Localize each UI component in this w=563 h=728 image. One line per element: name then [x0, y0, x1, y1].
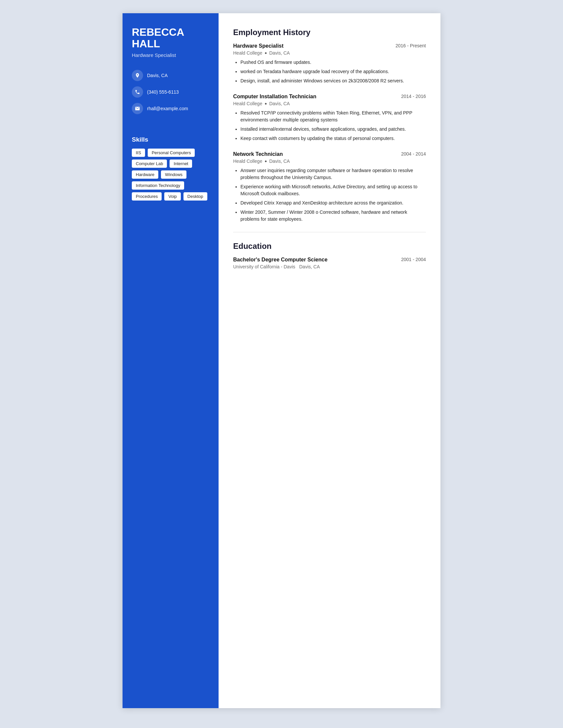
job-location-3: Heald College Davis, CA	[233, 159, 426, 164]
skill-desktop: Desktop	[183, 192, 207, 201]
contact-section: Davis, CA (340) 555-6113 rhall@example.c…	[132, 70, 209, 119]
skills-tags: IIS Personal Computers Computer Lab Inte…	[132, 149, 209, 201]
candidate-name: REBECCA HALL	[132, 26, 209, 50]
job-bullets-3: Answer user inquiries regarding computer…	[233, 167, 426, 223]
contact-phone: (340) 555-6113	[132, 86, 209, 98]
bullet: Pushed OS and firmware updates.	[240, 59, 426, 66]
job-dates-2: 2014 - 2016	[401, 94, 426, 99]
skill-windows: Windows	[161, 170, 186, 179]
job-hardware-specialist: Hardware Specialist 2016 - Present Heald…	[233, 43, 426, 84]
job-dates-3: 2004 - 2014	[401, 151, 426, 157]
bullet: Installed internal/external devices, sof…	[240, 126, 426, 133]
contact-email: rhall@example.com	[132, 103, 209, 114]
job-location-1: Heald College Davis, CA	[233, 50, 426, 56]
edu-location: University of California - Davis Davis, …	[233, 264, 426, 269]
dot-separator	[265, 160, 266, 162]
employment-heading: Employment History	[233, 28, 426, 37]
bullet: Developed Citrix Xenapp and XenDesktop a…	[240, 200, 426, 206]
education-block: Bachelor's Degree Computer Science 2001 …	[233, 257, 426, 269]
phone-text: (340) 555-6113	[147, 89, 179, 95]
bullet: Resolved TCP/IP connectivity problems wi…	[240, 110, 426, 123]
location-icon	[132, 70, 143, 81]
skill-internet: Internet	[169, 159, 192, 168]
skill-hardware: Hardware	[132, 170, 158, 179]
bullet: Experience working with Microsoft networ…	[240, 183, 426, 197]
skills-section: Skills IIS Personal Computers Computer L…	[132, 136, 209, 201]
job-dates-1: 2016 - Present	[396, 43, 426, 48]
job-title-3: Network Technician	[233, 151, 283, 157]
job-title-2: Computer Installation Technician	[233, 94, 316, 100]
edu-degree: Bachelor's Degree Computer Science	[233, 257, 328, 263]
job-network-technician: Network Technician 2004 - 2014 Heald Col…	[233, 151, 426, 223]
education-heading: Education	[233, 242, 426, 251]
job-bullets-2: Resolved TCP/IP connectivity problems wi…	[233, 110, 426, 142]
section-divider	[233, 232, 426, 232]
skill-voip: Voip	[164, 192, 180, 201]
job-computer-installation: Computer Installation Technician 2014 - …	[233, 94, 426, 142]
dot-separator	[265, 103, 266, 105]
location-text: Davis, CA	[147, 73, 167, 78]
edu-header: Bachelor's Degree Computer Science 2001 …	[233, 257, 426, 263]
dot-separator	[265, 52, 266, 54]
email-text: rhall@example.com	[147, 106, 188, 111]
phone-icon	[132, 86, 143, 98]
job-location-2: Heald College Davis, CA	[233, 101, 426, 106]
edu-dates: 2001 - 2004	[401, 257, 426, 262]
bullet: Keep contact with costumers by updating …	[240, 135, 426, 142]
job-header-3: Network Technician 2004 - 2014	[233, 151, 426, 157]
job-bullets-1: Pushed OS and firmware updates. worked o…	[233, 59, 426, 84]
skill-information-technology: Information Technology	[132, 181, 184, 190]
bullet: worked on Teradata hardware upgrade load…	[240, 68, 426, 75]
bullet: Winter 2007, Summer / Winter 2008 o Corr…	[240, 209, 426, 223]
job-header-2: Computer Installation Technician 2014 - …	[233, 94, 426, 100]
sidebar: REBECCA HALL Hardware Specialist Davis, …	[122, 13, 218, 708]
skill-procedures: Procedures	[132, 192, 162, 201]
resume-wrapper: REBECCA HALL Hardware Specialist Davis, …	[122, 13, 441, 708]
skill-personal-computers: Personal Computers	[148, 149, 195, 157]
skills-heading: Skills	[132, 136, 209, 143]
candidate-title: Hardware Specialist	[132, 52, 209, 58]
skill-computer-lab: Computer Lab	[132, 159, 167, 168]
contact-location: Davis, CA	[132, 70, 209, 81]
skill-iis: IIS	[132, 149, 145, 157]
job-header-1: Hardware Specialist 2016 - Present	[233, 43, 426, 49]
main-content: Employment History Hardware Specialist 2…	[218, 13, 441, 708]
job-title-1: Hardware Specialist	[233, 43, 284, 49]
bullet: Design, install, and administer Windows …	[240, 77, 426, 84]
email-icon	[132, 103, 143, 114]
bullet: Answer user inquiries regarding computer…	[240, 167, 426, 181]
